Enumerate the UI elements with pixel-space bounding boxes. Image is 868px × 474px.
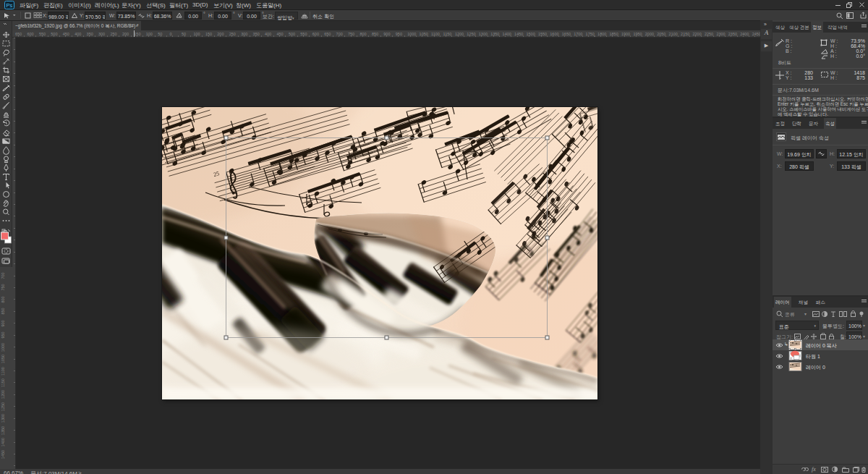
svg-text:fx: fx bbox=[812, 466, 816, 473]
svg-text:Ps: Ps bbox=[7, 2, 13, 9]
